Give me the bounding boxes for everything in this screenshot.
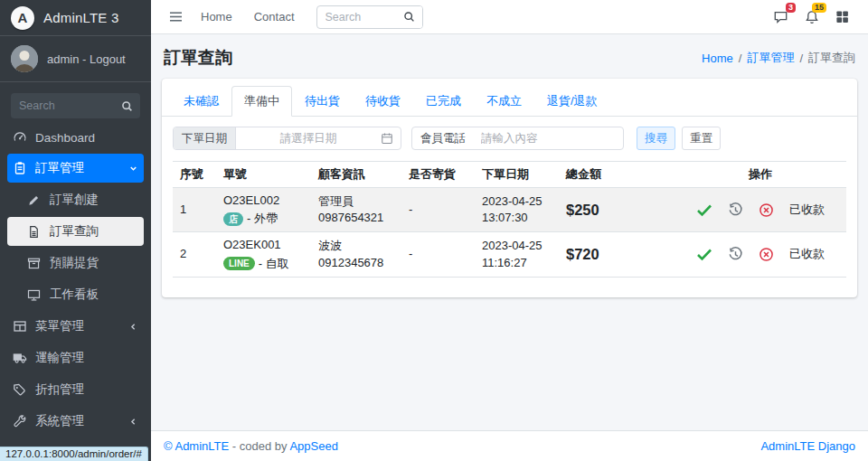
pen-icon: [27, 193, 42, 207]
history-icon[interactable]: [728, 202, 743, 218]
customer-name: 波波: [318, 238, 394, 254]
grid-menu-button[interactable]: [827, 5, 857, 28]
sidebar-item-discount-management[interactable]: 折扣管理: [7, 375, 144, 404]
sidebar-item-system-management[interactable]: 系統管理: [7, 407, 144, 436]
tab-unconfirmed[interactable]: 未確認: [171, 86, 231, 117]
confirm-check-icon[interactable]: [696, 203, 712, 217]
sidebar-search-input[interactable]: [11, 93, 113, 118]
card-header: 未確認 準備中 待出貨 待收貨 已完成 不成立 退貨/退款: [162, 79, 857, 117]
cell-seq: 1: [173, 188, 216, 232]
sidebar-item-menu-management[interactable]: 菜單管理: [7, 312, 144, 341]
tab-completed[interactable]: 已完成: [413, 86, 474, 117]
navbar-search: [316, 5, 423, 29]
calendar-icon[interactable]: [381, 127, 401, 149]
tab-failed[interactable]: 不成立: [474, 86, 534, 117]
user-logout-link[interactable]: admin - Logout: [47, 52, 126, 66]
order-date: 2023-04-25: [482, 193, 552, 210]
tab-preparing[interactable]: 準備中: [231, 86, 292, 117]
brand-title: AdminLTE 3: [43, 10, 118, 25]
order-amount: $250: [566, 202, 599, 218]
breadcrumb-separator: /: [739, 52, 742, 65]
phone-input[interactable]: [474, 127, 623, 149]
appseed-link[interactable]: AppSeed: [289, 439, 338, 453]
cancel-circle-x-icon[interactable]: [759, 247, 774, 262]
cancel-circle-x-icon[interactable]: [759, 202, 774, 218]
messages-menu-button[interactable]: 3: [765, 5, 797, 29]
search-button[interactable]: 搜尋: [637, 127, 675, 150]
sidebar-nav: Dashboard 訂單管理 訂單創建 訂單查詢 預購提貨 工作看板 菜單管理: [7, 124, 144, 436]
tab-to-receive[interactable]: 待收貨: [353, 86, 413, 117]
sidebar-item-label: 工作看板: [50, 287, 99, 303]
avatar: [11, 45, 38, 72]
sidebar-search-button[interactable]: [113, 93, 140, 118]
history-icon[interactable]: [728, 247, 743, 262]
col-seq: 序號: [173, 162, 216, 188]
channel-badge: 店: [223, 212, 243, 226]
phone-filter-label: 會員電話: [412, 127, 474, 149]
status-tabs: 未確認 準備中 待出貨 待收貨 已完成 不成立 退貨/退款: [169, 86, 850, 117]
breadcrumb-order-management-link[interactable]: 訂單管理: [747, 50, 794, 66]
sidebar-item-order-query[interactable]: 訂單查詢: [7, 217, 144, 246]
table-icon: [13, 319, 27, 334]
sidebar-item-label: 運輸管理: [35, 350, 84, 366]
card-body: 下單日期 會員電話 搜尋 重置: [162, 117, 857, 297]
date-picker-input[interactable]: [236, 127, 381, 149]
user-panel: admin - Logout: [0, 36, 151, 82]
sidebar-item-label: 系統管理: [35, 413, 84, 429]
adminlte-logo-icon: A: [11, 6, 34, 30]
desktop-icon: [27, 288, 42, 302]
navbar-link-contact[interactable]: Contact: [243, 6, 306, 27]
cell-date: 2023-04-25 11:16:27: [475, 232, 559, 277]
chevron-down-icon: [128, 164, 138, 174]
sidebar-item-label: 預購提貨: [50, 255, 99, 271]
brand-link[interactable]: A AdminLTE 3: [0, 0, 151, 36]
notifications-menu-button[interactable]: 15: [797, 5, 827, 29]
sidebar-item-work-board[interactable]: 工作看板: [7, 280, 144, 309]
channel-text: - 外帶: [247, 211, 278, 227]
navbar-search-input[interactable]: [317, 11, 397, 24]
sidebar-item-order-create[interactable]: 訂單創建: [7, 185, 144, 214]
sidebar-item-label: 訂單查詢: [50, 223, 99, 240]
col-date: 下單日期: [475, 162, 559, 188]
sidebar-item-label: 菜單管理: [35, 318, 84, 334]
payment-status: 已收款: [789, 246, 825, 262]
order-amount: $720: [566, 246, 599, 262]
reset-button[interactable]: 重置: [682, 127, 721, 150]
orders-table: 序號 單號 顧客資訊 是否寄貨 下單日期 總金額 操作 1 O23EL002: [173, 161, 846, 278]
order-time: 13:07:30: [482, 210, 552, 226]
sidebar-item-dashboard[interactable]: Dashboard: [7, 124, 144, 151]
wrench-icon: [13, 414, 27, 428]
order-date: 2023-04-25: [482, 238, 552, 254]
th-large-icon: [835, 10, 849, 24]
phone-filter-group: 會員電話: [411, 127, 624, 150]
navbar-search-button[interactable]: [397, 5, 422, 29]
cell-customer: 管理員 0987654321: [311, 188, 401, 232]
sidebar-item-transport-management[interactable]: 運輸管理: [7, 343, 144, 372]
box-icon: [27, 257, 42, 270]
breadcrumb-current: 訂單查詢: [808, 50, 855, 66]
truck-icon: [13, 351, 27, 365]
navbar-link-home[interactable]: Home: [190, 6, 243, 27]
cell-date: 2023-04-25 13:07:30: [475, 188, 559, 232]
adminlte-link[interactable]: © AdminLTE: [164, 439, 229, 453]
sidebar-item-label: 訂單管理: [35, 160, 84, 176]
channel-badge: LINE: [223, 257, 255, 270]
file-icon: [27, 225, 42, 239]
tab-to-ship[interactable]: 待出貨: [292, 86, 353, 117]
tab-refund[interactable]: 退貨/退款: [534, 86, 610, 117]
sidebar-toggle-button[interactable]: [162, 7, 190, 26]
sidebar-item-preorder-pickup[interactable]: 預購提貨: [7, 249, 144, 278]
adminlte-django-link[interactable]: AdminLTE Django: [760, 439, 855, 453]
cell-shipped: -: [401, 232, 475, 277]
hamburger-icon: [169, 11, 183, 23]
breadcrumb-home-link[interactable]: Home: [702, 52, 733, 65]
search-icon: [121, 100, 133, 112]
breadcrumb: Home / 訂單管理 / 訂單查詢: [702, 50, 855, 66]
confirm-check-icon[interactable]: [696, 248, 712, 261]
table-header-row: 序號 單號 顧客資訊 是否寄貨 下單日期 總金額 操作: [173, 162, 846, 188]
cell-customer: 波波 0912345678: [311, 232, 401, 277]
table-row: 1 O23EL002 店 - 外帶 管理員 0987654321: [173, 188, 846, 232]
sidebar-item-order-management[interactable]: 訂單管理: [7, 154, 144, 183]
sidebar-item-label: 訂單創建: [50, 192, 99, 208]
main-wrapper: Home Contact 3 15 訂單查詢 Home /: [151, 0, 868, 461]
